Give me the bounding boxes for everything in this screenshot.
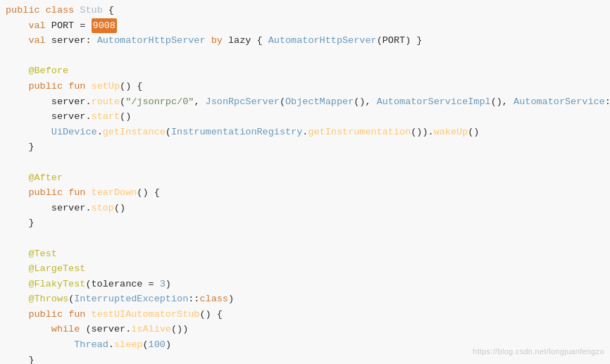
keyword-val: val: [28, 18, 51, 34]
code-line-16: [0, 231, 610, 246]
code-line-18: @LargeTest: [0, 261, 610, 277]
code-line-4: [0, 49, 610, 64]
annotation-throws: @Throws: [28, 291, 68, 307]
code-editor: public class Stub { val PORT = 9008 val …: [0, 0, 610, 364]
annotation-largetest: @LargeTest: [28, 261, 85, 277]
annotation-flakytest: @FlakyTest: [28, 277, 85, 292]
code-line-22: while (server.isAlive()): [0, 322, 610, 337]
code-line-9: UiDevice.getInstance(InstrumentationRegi…: [0, 125, 610, 140]
code-line-2: val PORT = 9008: [0, 18, 610, 34]
code-line-14: server.stop(): [0, 201, 610, 216]
code-line-12: @After: [0, 170, 610, 186]
keyword-public: public: [6, 3, 46, 18]
class-name-stub: Stub: [80, 3, 102, 18]
code-line-1: public class Stub {: [0, 3, 610, 18]
annotation-after: @After: [28, 170, 63, 186]
code-line-15: }: [0, 215, 610, 231]
fn-test: testUIAutomatorStub: [92, 307, 200, 322]
fn-setup: setUp: [92, 79, 120, 94]
code-line-3: val server: AutomatorHttpServer by lazy …: [0, 33, 610, 49]
keyword-class: class: [46, 3, 80, 18]
code-line-10: }: [0, 139, 610, 155]
watermark: https://blog.csdn.net/longjuanfengzo: [473, 346, 604, 358]
code-line-7: server.route("/jsonrpc/0", JsonRpcServer…: [0, 94, 610, 110]
fn-teardown: tearDown: [92, 185, 137, 201]
annotation-test: @Test: [28, 246, 57, 262]
code-line-17: @Test: [0, 246, 610, 262]
annotation-before: @Before: [28, 63, 68, 79]
code-line-21: public fun testUIAutomatorStub() {: [0, 307, 610, 322]
code-line-6: public fun setUp() {: [0, 79, 610, 94]
code-line-13: public fun tearDown() {: [0, 185, 610, 201]
code-line-11: [0, 155, 610, 170]
code-line-19: @FlakyTest(tolerance = 3): [0, 277, 610, 292]
code-line-5: @Before: [0, 63, 610, 79]
port-number: 9008: [92, 18, 117, 34]
code-line-20: @Throws(InterruptedException::class): [0, 291, 610, 307]
code-line-8: server.start(): [0, 109, 610, 125]
